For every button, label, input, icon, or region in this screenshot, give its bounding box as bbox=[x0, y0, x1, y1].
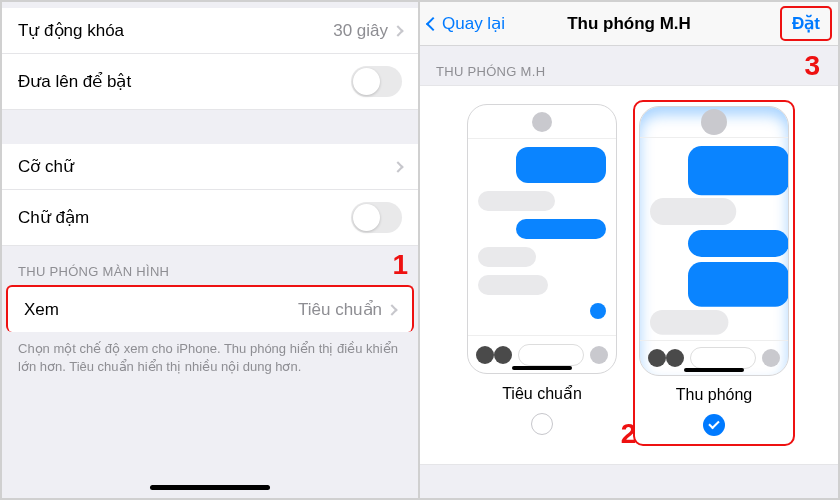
chat-bubble bbox=[478, 247, 536, 267]
bold-text-label: Chữ đậm bbox=[18, 207, 89, 228]
zoom-section-header: THU PHÓNG M.H bbox=[420, 46, 838, 85]
auto-lock-label: Tự động khóa bbox=[18, 20, 124, 41]
navbar: Quay lại Thu phóng M.H Đặt bbox=[420, 2, 838, 46]
text-input-mock bbox=[518, 344, 584, 366]
chat-bubble bbox=[688, 230, 788, 257]
auto-lock-value: 30 giây bbox=[333, 21, 388, 41]
section-gap bbox=[2, 110, 418, 144]
option-standard[interactable]: Tiêu chuẩn bbox=[463, 100, 621, 446]
avatar-icon bbox=[532, 112, 552, 132]
raise-to-wake-row[interactable]: Đưa lên để bật bbox=[2, 54, 418, 110]
view-value: Tiêu chuẩn bbox=[298, 299, 382, 320]
app-store-icon bbox=[666, 349, 684, 367]
chat-bubble bbox=[688, 146, 788, 195]
bold-text-row[interactable]: Chữ đậm bbox=[2, 190, 418, 246]
avatar-icon bbox=[701, 109, 727, 135]
back-button[interactable]: Quay lại bbox=[428, 13, 505, 34]
chat-bubble bbox=[478, 275, 548, 295]
preview-zoomed bbox=[639, 106, 789, 376]
chat-bubble bbox=[650, 198, 736, 225]
chat-bubble bbox=[478, 191, 555, 211]
chat-bubble bbox=[650, 310, 729, 335]
text-input-mock bbox=[690, 347, 756, 369]
chevron-left-icon bbox=[426, 16, 440, 30]
annotation-1: 1 bbox=[392, 249, 408, 281]
display-zoom-footer: Chọn một chế độ xem cho iPhone. Thu phón… bbox=[2, 332, 418, 388]
chat-bubble bbox=[516, 147, 606, 183]
chevron-right-icon bbox=[386, 304, 397, 315]
set-button[interactable]: Đặt bbox=[780, 6, 832, 41]
chat-bubble bbox=[688, 262, 788, 307]
option-standard-radio[interactable] bbox=[531, 413, 553, 435]
zoom-options: Tiêu chuẩn bbox=[420, 85, 838, 465]
set-label: Đặt bbox=[792, 14, 820, 33]
camera-icon bbox=[648, 349, 666, 367]
preview-standard bbox=[467, 104, 617, 374]
auto-lock-row[interactable]: Tự động khóa 30 giây bbox=[2, 8, 418, 54]
raise-to-wake-label: Đưa lên để bật bbox=[18, 71, 131, 92]
annotation-3: 3 bbox=[804, 50, 820, 82]
view-row[interactable]: Xem Tiêu chuẩn bbox=[6, 285, 414, 332]
home-indicator bbox=[150, 485, 270, 490]
app-store-icon bbox=[494, 346, 512, 364]
view-label: Xem bbox=[24, 300, 59, 320]
text-size-row[interactable]: Cỡ chữ bbox=[2, 144, 418, 190]
chat-bubble bbox=[516, 219, 606, 239]
typing-indicator-icon bbox=[590, 303, 606, 319]
back-label: Quay lại bbox=[442, 13, 505, 34]
chevron-right-icon bbox=[392, 25, 403, 36]
option-zoomed-label: Thu phóng bbox=[676, 386, 753, 404]
option-standard-label: Tiêu chuẩn bbox=[502, 384, 582, 403]
display-zoom-detail-pane: Quay lại Thu phóng M.H Đặt 3 THU PHÓNG M… bbox=[420, 2, 838, 498]
display-zoom-section-header: THU PHÓNG MÀN HÌNH bbox=[2, 246, 418, 285]
raise-to-wake-toggle[interactable] bbox=[351, 66, 402, 97]
mic-icon bbox=[590, 346, 608, 364]
home-indicator bbox=[684, 368, 744, 372]
page-title: Thu phóng M.H bbox=[567, 14, 691, 34]
mic-icon bbox=[762, 349, 780, 367]
home-indicator bbox=[512, 366, 572, 370]
annotation-2: 2 bbox=[621, 418, 637, 450]
text-size-label: Cỡ chữ bbox=[18, 156, 74, 177]
option-zoomed[interactable]: Thu phóng bbox=[633, 100, 795, 446]
camera-icon bbox=[476, 346, 494, 364]
chevron-right-icon bbox=[392, 161, 403, 172]
settings-display-pane: Tự động khóa 30 giây Đưa lên để bật Cỡ c… bbox=[2, 2, 420, 498]
bold-text-toggle[interactable] bbox=[351, 202, 402, 233]
option-zoomed-radio[interactable] bbox=[703, 414, 725, 436]
